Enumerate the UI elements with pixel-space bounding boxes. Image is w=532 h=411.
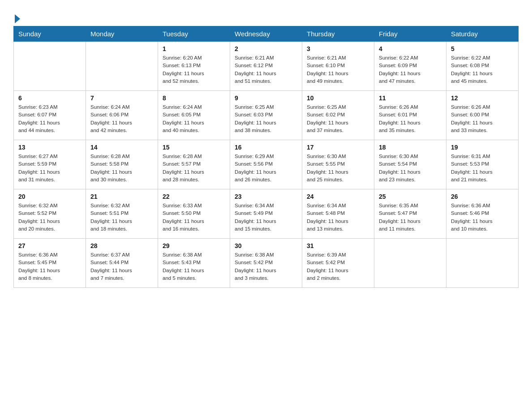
calendar-cell: 14Sunrise: 6:28 AMSunset: 5:58 PMDayligh… bbox=[86, 140, 158, 189]
day-detail: Sunrise: 6:22 AMSunset: 6:08 PMDaylight:… bbox=[451, 54, 514, 85]
day-detail: Sunrise: 6:35 AMSunset: 5:47 PMDaylight:… bbox=[379, 202, 442, 233]
day-number: 19 bbox=[451, 144, 514, 151]
day-detail: Sunrise: 6:32 AMSunset: 5:51 PMDaylight:… bbox=[90, 202, 153, 233]
calendar-cell: 18Sunrise: 6:30 AMSunset: 5:54 PMDayligh… bbox=[374, 140, 446, 189]
day-detail: Sunrise: 6:36 AMSunset: 5:46 PMDaylight:… bbox=[451, 202, 514, 233]
day-number: 12 bbox=[451, 94, 514, 102]
day-number: 13 bbox=[18, 144, 81, 151]
day-detail: Sunrise: 6:31 AMSunset: 5:53 PMDaylight:… bbox=[451, 153, 514, 184]
day-detail: Sunrise: 6:20 AMSunset: 6:13 PMDaylight:… bbox=[163, 54, 225, 85]
day-number: 18 bbox=[379, 144, 442, 151]
calendar-cell: 13Sunrise: 6:27 AMSunset: 5:59 PMDayligh… bbox=[14, 140, 86, 189]
day-detail: Sunrise: 6:34 AMSunset: 5:49 PMDaylight:… bbox=[235, 202, 297, 233]
calendar-cell: 5Sunrise: 6:22 AMSunset: 6:08 PMDaylight… bbox=[446, 42, 519, 91]
day-detail: Sunrise: 6:38 AMSunset: 5:43 PMDaylight:… bbox=[163, 251, 225, 282]
day-number: 27 bbox=[18, 242, 81, 249]
day-detail: Sunrise: 6:21 AMSunset: 6:10 PMDaylight:… bbox=[307, 54, 369, 85]
calendar-cell: 4Sunrise: 6:22 AMSunset: 6:09 PMDaylight… bbox=[374, 42, 446, 91]
header-cell-friday: Friday bbox=[374, 26, 446, 42]
day-detail: Sunrise: 6:39 AMSunset: 5:42 PMDaylight:… bbox=[307, 251, 369, 282]
day-detail: Sunrise: 6:38 AMSunset: 5:42 PMDaylight:… bbox=[235, 251, 297, 282]
day-number: 15 bbox=[163, 144, 225, 151]
day-detail: Sunrise: 6:24 AMSunset: 6:06 PMDaylight:… bbox=[90, 103, 153, 134]
day-detail: Sunrise: 6:33 AMSunset: 5:50 PMDaylight:… bbox=[163, 202, 225, 233]
calendar-cell: 24Sunrise: 6:34 AMSunset: 5:48 PMDayligh… bbox=[302, 189, 374, 239]
header-cell-monday: Monday bbox=[86, 26, 158, 42]
day-number: 9 bbox=[235, 94, 297, 102]
calendar-cell: 7Sunrise: 6:24 AMSunset: 6:06 PMDaylight… bbox=[86, 91, 158, 140]
calendar-cell: 2Sunrise: 6:21 AMSunset: 6:12 PMDaylight… bbox=[230, 42, 302, 91]
day-detail: Sunrise: 6:32 AMSunset: 5:52 PMDaylight:… bbox=[18, 202, 81, 233]
calendar-cell: 27Sunrise: 6:36 AMSunset: 5:45 PMDayligh… bbox=[14, 239, 86, 288]
calendar-cell: 23Sunrise: 6:34 AMSunset: 5:49 PMDayligh… bbox=[230, 189, 302, 239]
day-number: 1 bbox=[163, 45, 225, 52]
calendar-cell: 29Sunrise: 6:38 AMSunset: 5:43 PMDayligh… bbox=[158, 239, 230, 288]
calendar-cell: 30Sunrise: 6:38 AMSunset: 5:42 PMDayligh… bbox=[230, 239, 302, 288]
day-number: 29 bbox=[163, 242, 225, 249]
header-cell-sunday: Sunday bbox=[14, 26, 86, 42]
day-detail: Sunrise: 6:21 AMSunset: 6:12 PMDaylight:… bbox=[235, 54, 297, 85]
calendar-table: SundayMondayTuesdayWednesdayThursdayFrid… bbox=[13, 26, 519, 288]
day-number: 30 bbox=[235, 242, 297, 249]
calendar-week-3: 13Sunrise: 6:27 AMSunset: 5:59 PMDayligh… bbox=[14, 140, 519, 189]
header-cell-wednesday: Wednesday bbox=[230, 26, 302, 42]
day-number: 7 bbox=[90, 94, 153, 102]
day-number: 16 bbox=[235, 144, 297, 151]
calendar-cell: 3Sunrise: 6:21 AMSunset: 6:10 PMDaylight… bbox=[302, 42, 374, 91]
header-cell-saturday: Saturday bbox=[446, 26, 519, 42]
calendar-cell: 16Sunrise: 6:29 AMSunset: 5:56 PMDayligh… bbox=[230, 140, 302, 189]
header-cell-tuesday: Tuesday bbox=[158, 26, 230, 42]
header-row: SundayMondayTuesdayWednesdayThursdayFrid… bbox=[14, 26, 519, 42]
day-number: 23 bbox=[235, 193, 297, 200]
day-detail: Sunrise: 6:24 AMSunset: 6:05 PMDaylight:… bbox=[163, 103, 225, 134]
day-number: 28 bbox=[90, 242, 153, 249]
day-number: 10 bbox=[307, 94, 369, 102]
calendar-cell: 17Sunrise: 6:30 AMSunset: 5:55 PMDayligh… bbox=[302, 140, 374, 189]
calendar-cell: 6Sunrise: 6:23 AMSunset: 6:07 PMDaylight… bbox=[14, 91, 86, 140]
day-number: 20 bbox=[18, 193, 81, 200]
calendar-cell: 21Sunrise: 6:32 AMSunset: 5:51 PMDayligh… bbox=[86, 189, 158, 239]
day-detail: Sunrise: 6:27 AMSunset: 5:59 PMDaylight:… bbox=[18, 153, 81, 184]
day-number: 11 bbox=[379, 94, 442, 102]
logo bbox=[13, 9, 20, 21]
calendar-body: 1Sunrise: 6:20 AMSunset: 6:13 PMDaylight… bbox=[14, 42, 519, 288]
day-number: 2 bbox=[235, 45, 297, 52]
calendar-cell: 10Sunrise: 6:25 AMSunset: 6:02 PMDayligh… bbox=[302, 91, 374, 140]
day-number: 26 bbox=[451, 193, 514, 200]
day-detail: Sunrise: 6:30 AMSunset: 5:54 PMDaylight:… bbox=[379, 153, 442, 184]
calendar-cell bbox=[86, 42, 158, 91]
calendar-cell: 20Sunrise: 6:32 AMSunset: 5:52 PMDayligh… bbox=[14, 189, 86, 239]
day-number: 3 bbox=[307, 45, 369, 52]
calendar-week-5: 27Sunrise: 6:36 AMSunset: 5:45 PMDayligh… bbox=[14, 239, 519, 288]
day-number: 21 bbox=[90, 193, 153, 200]
day-number: 14 bbox=[90, 144, 153, 151]
calendar-cell: 9Sunrise: 6:25 AMSunset: 6:03 PMDaylight… bbox=[230, 91, 302, 140]
day-number: 5 bbox=[451, 45, 514, 52]
day-number: 6 bbox=[18, 94, 81, 102]
day-number: 31 bbox=[307, 242, 369, 249]
header-cell-thursday: Thursday bbox=[302, 26, 374, 42]
day-number: 22 bbox=[163, 193, 225, 200]
calendar-header: SundayMondayTuesdayWednesdayThursdayFrid… bbox=[14, 26, 519, 42]
page-header bbox=[13, 9, 519, 21]
day-detail: Sunrise: 6:37 AMSunset: 5:44 PMDaylight:… bbox=[90, 251, 153, 282]
day-detail: Sunrise: 6:22 AMSunset: 6:09 PMDaylight:… bbox=[379, 54, 442, 85]
day-detail: Sunrise: 6:26 AMSunset: 6:01 PMDaylight:… bbox=[379, 103, 442, 134]
day-number: 4 bbox=[379, 45, 442, 52]
calendar-week-2: 6Sunrise: 6:23 AMSunset: 6:07 PMDaylight… bbox=[14, 91, 519, 140]
day-number: 25 bbox=[379, 193, 442, 200]
calendar-cell: 8Sunrise: 6:24 AMSunset: 6:05 PMDaylight… bbox=[158, 91, 230, 140]
calendar-cell: 11Sunrise: 6:26 AMSunset: 6:01 PMDayligh… bbox=[374, 91, 446, 140]
calendar-week-4: 20Sunrise: 6:32 AMSunset: 5:52 PMDayligh… bbox=[14, 189, 519, 239]
calendar-cell bbox=[14, 42, 86, 91]
day-number: 8 bbox=[163, 94, 225, 102]
calendar-cell bbox=[446, 239, 519, 288]
calendar-cell: 12Sunrise: 6:26 AMSunset: 6:00 PMDayligh… bbox=[446, 91, 519, 140]
day-detail: Sunrise: 6:34 AMSunset: 5:48 PMDaylight:… bbox=[307, 202, 369, 233]
day-detail: Sunrise: 6:23 AMSunset: 6:07 PMDaylight:… bbox=[18, 103, 81, 134]
calendar-cell: 26Sunrise: 6:36 AMSunset: 5:46 PMDayligh… bbox=[446, 189, 519, 239]
calendar-cell: 31Sunrise: 6:39 AMSunset: 5:42 PMDayligh… bbox=[302, 239, 374, 288]
day-detail: Sunrise: 6:30 AMSunset: 5:55 PMDaylight:… bbox=[307, 153, 369, 184]
calendar-cell bbox=[374, 239, 446, 288]
day-detail: Sunrise: 6:26 AMSunset: 6:00 PMDaylight:… bbox=[451, 103, 514, 134]
